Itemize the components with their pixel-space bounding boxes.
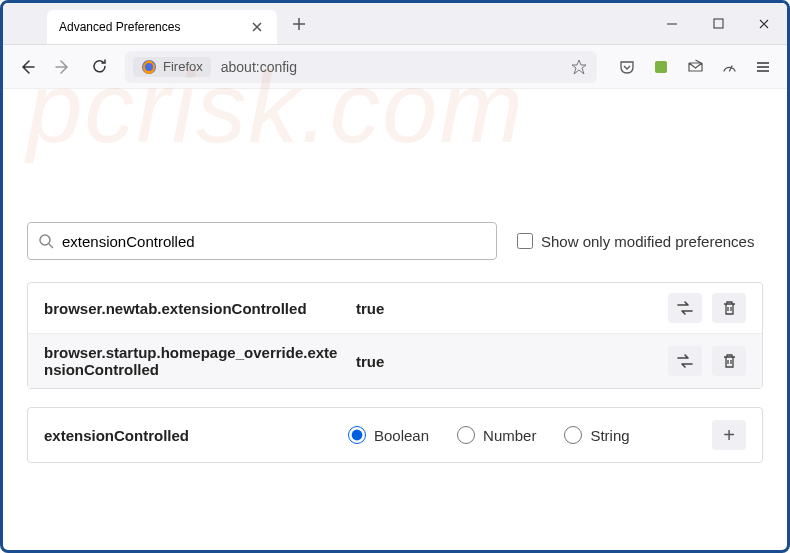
about-config-content: pcrisk.com Show only modified preference… [3, 89, 787, 481]
modified-only-label: Show only modified preferences [541, 233, 754, 250]
radio-label: Number [483, 427, 536, 444]
add-preference-row: extensionControlled Boolean Number Strin… [27, 407, 763, 463]
preference-name: browser.startup.homepage_override.extens… [44, 344, 344, 378]
add-preference-name: extensionControlled [44, 427, 324, 444]
svg-rect-3 [655, 61, 667, 73]
browser-toolbar: Firefox about:config [3, 45, 787, 89]
plus-icon [292, 17, 306, 31]
maximize-icon [713, 18, 724, 29]
mail-icon [687, 58, 704, 75]
toggle-icon [676, 354, 694, 368]
preference-row: browser.newtab.extensionControlled true [28, 283, 762, 334]
firefox-icon [141, 59, 157, 75]
search-icon [38, 233, 54, 249]
close-icon [758, 18, 770, 30]
modified-only-input[interactable] [517, 233, 533, 249]
preference-actions [668, 346, 746, 376]
toolbar-actions [611, 51, 779, 83]
search-input[interactable] [62, 233, 486, 250]
type-string[interactable]: String [564, 426, 629, 444]
browser-tab[interactable]: Advanced Preferences [47, 10, 277, 44]
menu-button[interactable] [747, 51, 779, 83]
close-window-button[interactable] [741, 4, 787, 44]
window-controls [649, 4, 787, 44]
close-icon [251, 21, 263, 33]
plus-icon: + [723, 424, 735, 447]
speed-button[interactable] [713, 51, 745, 83]
forward-button[interactable] [47, 51, 79, 83]
toggle-button[interactable] [668, 293, 702, 323]
mail-button[interactable] [679, 51, 711, 83]
toggle-icon [676, 301, 694, 315]
toggle-button[interactable] [668, 346, 702, 376]
tab-title: Advanced Preferences [59, 20, 241, 34]
radio-label: String [590, 427, 629, 444]
svg-rect-0 [714, 19, 723, 28]
hamburger-icon [755, 59, 771, 75]
modified-only-checkbox[interactable]: Show only modified preferences [517, 233, 754, 250]
trash-icon [722, 300, 737, 316]
preference-list: browser.newtab.extensionControlled true … [27, 282, 763, 389]
arrow-right-icon [54, 58, 72, 76]
preference-value: true [356, 300, 656, 317]
minimize-icon [666, 18, 678, 30]
identity-label: Firefox [163, 59, 203, 74]
radio-input[interactable] [564, 426, 582, 444]
type-number[interactable]: Number [457, 426, 536, 444]
extension-button[interactable] [645, 51, 677, 83]
preference-value: true [356, 353, 656, 370]
reload-button[interactable] [83, 51, 115, 83]
preference-actions [668, 293, 746, 323]
maximize-button[interactable] [695, 4, 741, 44]
search-row: Show only modified preferences [27, 222, 763, 260]
add-button[interactable]: + [712, 420, 746, 450]
pocket-icon [619, 59, 635, 75]
reload-icon [91, 58, 108, 75]
close-tab-button[interactable] [249, 19, 265, 35]
gauge-icon [721, 58, 738, 75]
back-button[interactable] [11, 51, 43, 83]
type-radio-group: Boolean Number String [348, 426, 688, 444]
bookmark-button[interactable] [569, 59, 589, 75]
radio-input[interactable] [457, 426, 475, 444]
svg-point-4 [40, 235, 50, 245]
new-tab-button[interactable] [285, 10, 313, 38]
star-icon [571, 59, 587, 75]
preference-name: browser.newtab.extensionControlled [44, 300, 344, 317]
trash-icon [722, 353, 737, 369]
pocket-button[interactable] [611, 51, 643, 83]
url-text: about:config [221, 59, 569, 75]
puzzle-icon [653, 59, 669, 75]
minimize-button[interactable] [649, 4, 695, 44]
type-boolean[interactable]: Boolean [348, 426, 429, 444]
identity-box[interactable]: Firefox [133, 57, 211, 77]
window-titlebar: Advanced Preferences [3, 3, 787, 45]
radio-label: Boolean [374, 427, 429, 444]
delete-button[interactable] [712, 293, 746, 323]
arrow-left-icon [18, 58, 36, 76]
delete-button[interactable] [712, 346, 746, 376]
preference-row: browser.startup.homepage_override.extens… [28, 334, 762, 388]
search-box[interactable] [27, 222, 497, 260]
url-bar[interactable]: Firefox about:config [125, 51, 597, 83]
radio-input[interactable] [348, 426, 366, 444]
svg-point-2 [145, 63, 153, 71]
